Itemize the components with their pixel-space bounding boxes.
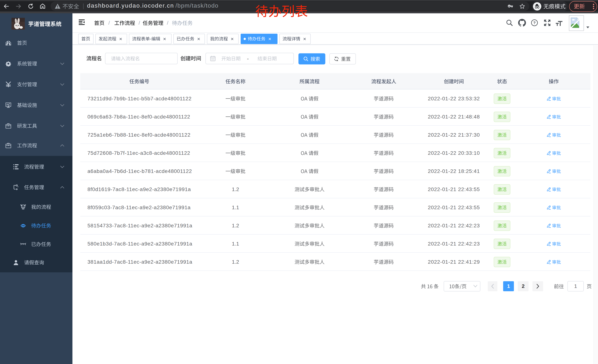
svg-text:?: ? xyxy=(533,21,536,25)
